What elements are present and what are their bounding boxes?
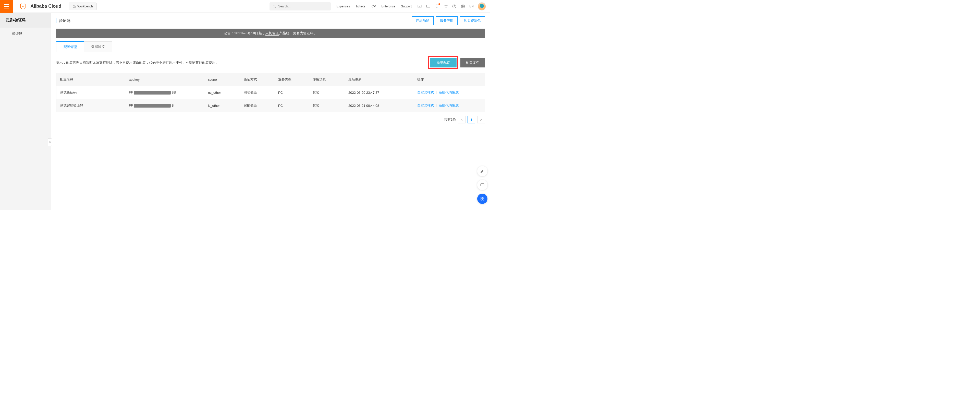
appkey-prefix: FF	[129, 91, 133, 94]
nav-icp[interactable]: ICP	[371, 5, 376, 8]
chat-float-button[interactable]	[477, 180, 487, 190]
product-feature-button[interactable]: 产品功能	[412, 16, 434, 25]
logo[interactable]: 〔-〕 Alibaba Cloud	[17, 3, 61, 10]
page-header: 验证码 产品功能 服务停用 购买资源包	[51, 13, 490, 29]
th-ops: 操作	[414, 73, 485, 86]
svg-rect-2	[427, 5, 430, 7]
op-custom-style[interactable]: 自定义样式	[417, 104, 434, 107]
new-config-button[interactable]: 新增配置	[430, 58, 457, 67]
pencil-icon	[480, 169, 485, 174]
th-name: 配置名称	[56, 73, 125, 86]
cell-appkey: FFBB	[125, 86, 204, 99]
cell-verify: 滑动验证	[240, 86, 275, 99]
floating-actions	[477, 166, 487, 204]
search-input[interactable]	[278, 5, 328, 8]
highlight-new-config: 新增配置	[428, 56, 458, 69]
page-title: 验证码	[59, 18, 410, 23]
home-icon	[73, 5, 76, 8]
apps-icon	[480, 196, 485, 201]
svg-point-4	[447, 7, 447, 8]
table-row: 测试验证码 FFBB nc_other 滑动验证 PC 其它 2022-06-2…	[56, 86, 485, 99]
sidebar-item-captcha[interactable]: 验证码	[0, 27, 51, 40]
page-number-button[interactable]: 1	[468, 116, 475, 123]
nav-support[interactable]: Support	[401, 5, 412, 8]
cell-verify: 智能验证	[240, 99, 275, 112]
nav-tickets[interactable]: Tickets	[355, 5, 365, 8]
top-icon-bar: EN	[417, 2, 486, 11]
cell-time: 2022-06-20 23:47:37	[345, 86, 414, 99]
workbench-label: Workbench	[77, 5, 93, 8]
op-code-integration[interactable]: 系统代码集成	[439, 91, 458, 94]
title-accent-bar	[56, 18, 56, 23]
bell-icon[interactable]	[434, 4, 439, 9]
collapse-icon	[49, 141, 51, 144]
svg-point-0	[273, 5, 275, 7]
appkey-suffix: B	[172, 104, 174, 107]
redacted-block	[134, 91, 171, 94]
divider	[65, 4, 65, 9]
cell-ops: 自定义样式|系统代码集成	[414, 99, 485, 112]
globe-icon[interactable]	[461, 4, 465, 9]
tab-config[interactable]: 配置管理	[56, 42, 84, 53]
announcement-suffix: 产品统一更名为验证码。	[279, 31, 317, 35]
language-switch[interactable]: EN	[469, 5, 474, 8]
sidebar-title: 云盾●验证码	[0, 13, 51, 27]
hamburger-menu-button[interactable]	[0, 0, 13, 13]
chat-icon	[480, 183, 485, 187]
tip-text: 提示：配置管理目前暂时无法支持删除，若不再使用该条配置，代码中不进行调用即可，不…	[56, 60, 428, 65]
sidebar-collapse-button[interactable]	[48, 139, 52, 146]
cell-biz: PC	[275, 100, 309, 112]
th-appkey: appkey	[125, 73, 204, 86]
announcement-bar: 公告：2021年3月18日起，人机验证产品统一更名为验证码。	[56, 29, 485, 38]
table-row: 测试智能验证码 FFB ic_other 智能验证 PC 其它 2022-06-…	[56, 99, 485, 112]
announcement-link[interactable]: 人机验证	[266, 31, 279, 36]
svg-rect-9	[483, 197, 484, 198]
tab-monitor[interactable]: 数据监控	[84, 42, 112, 53]
buy-resource-button[interactable]: 购买资源包	[460, 16, 485, 25]
config-doc-button[interactable]: 配置文档	[460, 58, 485, 67]
th-time: 最后更新	[345, 73, 414, 86]
svg-rect-10	[481, 199, 482, 200]
cart-icon[interactable]	[443, 4, 448, 9]
cell-biz: PC	[275, 86, 309, 99]
svg-point-11	[483, 199, 484, 200]
main: 验证码 产品功能 服务停用 购买资源包 公告：2021年3月18日起，人机验证产…	[51, 13, 490, 210]
op-custom-style[interactable]: 自定义样式	[417, 91, 434, 94]
avatar[interactable]	[478, 2, 486, 11]
screen-icon[interactable]	[426, 4, 431, 9]
page-next-button[interactable]: >	[477, 116, 485, 123]
op-code-integration[interactable]: 系统代码集成	[439, 104, 458, 107]
announcement-prefix: 公告：2021年3月18日起，	[224, 31, 266, 35]
cell-ops: 自定义样式|系统代码集成	[414, 86, 485, 99]
page-prev-button[interactable]: <	[458, 116, 466, 123]
th-scene: scene	[204, 73, 240, 86]
sidebar: 云盾●验证码 验证码	[0, 13, 51, 210]
edit-float-button[interactable]	[477, 166, 487, 176]
help-icon[interactable]	[452, 4, 457, 9]
topbar: 〔-〕 Alibaba Cloud Workbench Expenses Tic…	[0, 0, 490, 13]
th-verify: 验证方式	[240, 73, 275, 86]
hamburger-icon	[4, 4, 9, 8]
search-icon	[272, 5, 276, 8]
apps-float-button[interactable]	[477, 194, 487, 204]
notification-dot	[438, 3, 440, 5]
pagination-total: 共有2条	[444, 117, 456, 122]
nav-enterprise[interactable]: Enterprise	[382, 5, 396, 8]
nav-expenses[interactable]: Expenses	[336, 5, 350, 8]
cell-scene: nc_other	[204, 86, 240, 99]
workbench-button[interactable]: Workbench	[68, 3, 97, 10]
op-separator: |	[436, 91, 437, 94]
config-table: 配置名称 appkey scene 验证方式 业务类型 使用场景 最后更新 操作…	[56, 73, 485, 112]
logo-text: Alibaba Cloud	[30, 3, 61, 9]
service-stop-button[interactable]: 服务停用	[436, 16, 458, 25]
cell-use: 其它	[309, 99, 345, 112]
redacted-block	[134, 104, 171, 107]
svg-rect-8	[481, 197, 482, 198]
tabs: 配置管理 数据监控	[56, 42, 112, 53]
cell-scene: ic_other	[204, 100, 240, 112]
cell-name: 测试验证码	[56, 86, 125, 99]
search-box[interactable]	[269, 2, 331, 11]
cloudshell-icon[interactable]	[417, 4, 422, 9]
op-separator: |	[436, 104, 437, 107]
pagination: 共有2条 < 1 >	[56, 112, 485, 127]
